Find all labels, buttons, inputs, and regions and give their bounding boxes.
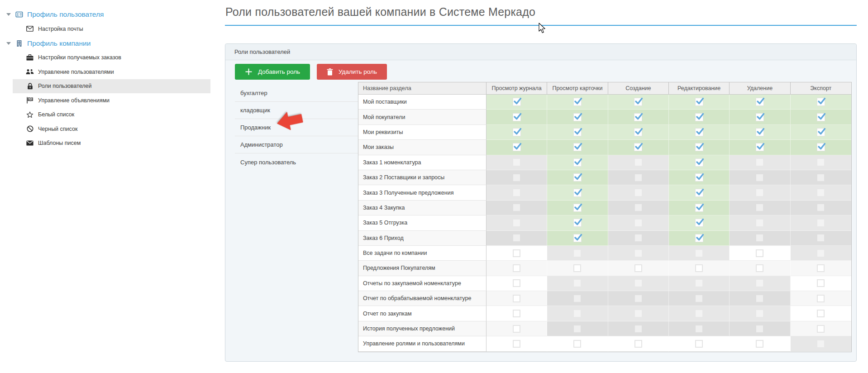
permission-checkbox[interactable] — [756, 340, 763, 348]
permission-checkbox[interactable] — [513, 340, 520, 348]
permission-checkbox[interactable] — [695, 98, 703, 106]
permission-checkbox[interactable] — [513, 325, 520, 333]
permission-cell — [730, 306, 790, 321]
permission-checkbox — [635, 250, 642, 257]
permission-checkbox[interactable] — [695, 219, 703, 227]
sidebar-item-users[interactable]: Управление пользователями — [13, 65, 210, 79]
panel-title: Роли пользователей — [234, 48, 290, 55]
permission-checkbox[interactable] — [695, 264, 703, 272]
permission-checkbox[interactable] — [695, 158, 703, 167]
permission-checkbox[interactable] — [756, 128, 764, 136]
sidebar-item-star[interactable]: Белый список — [13, 108, 210, 122]
panel-header: Роли пользователей — [225, 44, 856, 60]
sidebar-section-building[interactable]: Профиль компании — [0, 36, 223, 51]
permission-checkbox[interactable] — [513, 295, 520, 302]
permission-cell — [608, 110, 669, 124]
role-name: Супер пользователь — [240, 159, 296, 166]
permission-checkbox[interactable] — [573, 340, 581, 348]
permission-checkbox[interactable] — [817, 295, 825, 302]
permission-checkbox[interactable] — [634, 128, 642, 136]
permission-checkbox[interactable] — [756, 113, 764, 121]
permission-checkbox[interactable] — [573, 158, 582, 167]
permission-checkbox[interactable] — [695, 204, 703, 212]
permission-checkbox — [696, 295, 702, 302]
sidebar-item-ban[interactable]: Черный список — [13, 122, 210, 136]
permission-checkbox[interactable] — [695, 113, 703, 121]
permission-checkbox — [696, 280, 702, 287]
permission-checkbox[interactable] — [756, 98, 764, 106]
permission-cell — [608, 246, 669, 261]
role-list-item-selected[interactable]: Продажник — [235, 119, 358, 136]
permission-checkbox[interactable] — [817, 325, 825, 333]
section-name-cell: Заказ 5 Отгрузка — [358, 215, 486, 230]
permission-checkbox[interactable] — [817, 128, 825, 136]
role-list-item[interactable]: Супер пользователь — [235, 153, 358, 171]
permission-checkbox[interactable] — [573, 98, 582, 106]
permission-checkbox[interactable] — [756, 249, 763, 257]
role-list-item[interactable]: бухгалтер — [235, 85, 358, 102]
permission-checkbox[interactable] — [817, 113, 825, 121]
permission-checkbox — [574, 280, 581, 287]
permission-checkbox[interactable] — [513, 143, 521, 151]
permission-checkbox[interactable] — [573, 143, 582, 151]
permission-checkbox[interactable] — [573, 234, 582, 242]
permission-checkbox[interactable] — [513, 279, 520, 287]
permission-checkbox[interactable] — [573, 264, 581, 272]
permission-cell — [486, 125, 547, 140]
permission-checkbox[interactable] — [695, 143, 703, 151]
permission-checkbox[interactable] — [695, 340, 703, 348]
permission-checkbox[interactable] — [573, 189, 582, 197]
permission-checkbox[interactable] — [817, 143, 825, 151]
delete-role-button[interactable]: Удалить роль — [317, 64, 387, 80]
permission-checkbox[interactable] — [513, 264, 520, 272]
permission-checkbox — [756, 189, 763, 196]
permission-checkbox[interactable] — [634, 113, 642, 121]
envelope-icon — [26, 140, 34, 147]
sidebar-item-briefcase[interactable]: Настройки получаемых заказов — [13, 51, 210, 65]
permission-checkbox[interactable] — [817, 279, 825, 287]
permission-checkbox[interactable] — [513, 310, 520, 317]
permission-checkbox[interactable] — [756, 143, 764, 151]
sidebar-item-lock[interactable]: Роли пользователей — [13, 79, 210, 94]
permission-checkbox[interactable] — [513, 98, 521, 106]
permission-checkbox[interactable] — [817, 264, 825, 272]
permission-cell — [791, 110, 851, 124]
caret-down-icon[interactable] — [6, 13, 11, 16]
permission-cell — [486, 306, 547, 321]
permission-checkbox[interactable] — [756, 264, 763, 272]
sidebar-item-envelope[interactable]: Шаблоны писем — [13, 136, 210, 151]
permission-checkbox — [756, 234, 763, 241]
permission-checkbox[interactable] — [634, 98, 642, 106]
permission-cell — [730, 201, 790, 215]
permission-checkbox[interactable] — [695, 189, 703, 197]
permission-checkbox[interactable] — [695, 234, 703, 242]
permission-cell — [669, 336, 730, 351]
sidebar-item-flag[interactable]: Управление объявлениями — [13, 93, 210, 108]
caret-down-icon[interactable] — [6, 42, 11, 45]
permission-checkbox[interactable] — [573, 173, 582, 182]
permission-cell — [608, 95, 669, 110]
permission-checkbox[interactable] — [513, 128, 521, 136]
table-row: Управление ролями и пользователями — [358, 336, 851, 351]
permission-checkbox[interactable] — [817, 310, 825, 317]
role-list-item[interactable]: кладовщик — [235, 102, 358, 119]
permission-checkbox[interactable] — [513, 249, 520, 257]
permission-checkbox[interactable] — [817, 98, 825, 106]
permission-checkbox[interactable] — [634, 340, 642, 348]
role-list-item[interactable]: Администратор — [235, 136, 358, 153]
permission-checkbox[interactable] — [573, 113, 582, 121]
sidebar-item-envelope-open[interactable]: Настройка почты — [13, 22, 210, 36]
permission-checkbox[interactable] — [573, 219, 582, 227]
permission-checkbox[interactable] — [513, 113, 521, 121]
add-role-button[interactable]: Добавить роль — [235, 64, 310, 80]
permission-cell — [791, 276, 851, 291]
sidebar-section-id-card[interactable]: Профиль пользователя — [0, 7, 223, 22]
permission-cell — [669, 125, 730, 140]
permission-checkbox[interactable] — [573, 128, 582, 136]
permission-checkbox[interactable] — [573, 204, 582, 212]
permission-checkbox[interactable] — [695, 128, 703, 136]
permission-checkbox[interactable] — [634, 143, 642, 151]
permission-checkbox[interactable] — [695, 173, 703, 182]
role-name: Продажник — [240, 124, 271, 131]
permission-checkbox[interactable] — [634, 264, 642, 272]
